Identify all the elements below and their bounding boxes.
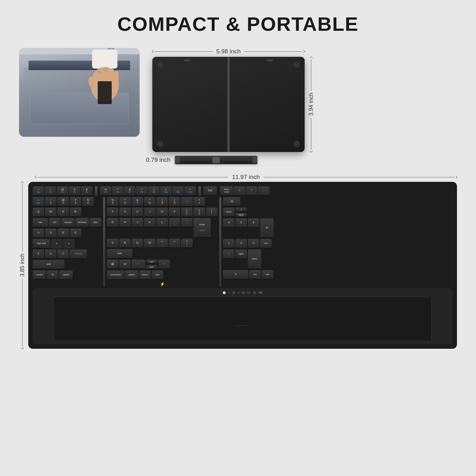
key-pgdn[interactable]: pgdn [146, 265, 157, 269]
key-bracket-r[interactable]: }] [194, 208, 205, 217]
key-num2[interactable]: 2 [235, 239, 247, 248]
key-f[interactable]: F [70, 228, 81, 238]
key-tilde[interactable]: ~Esc [33, 197, 44, 207]
key-num1[interactable]: 1 [223, 239, 235, 248]
key-o[interactable]: O [156, 208, 168, 217]
key-f8[interactable]: *F8 [136, 186, 148, 196]
key-ins[interactable]: ins [249, 270, 261, 280]
key-right-arrow[interactable]: → [158, 260, 170, 269]
key-enter[interactable]: enterreturn [194, 218, 211, 238]
key-alt[interactable]: alt [119, 260, 131, 269]
key-4[interactable]: $4 [82, 197, 94, 207]
key-v[interactable]: V [107, 239, 118, 248]
key-9[interactable]: (9 [156, 197, 168, 207]
key-g[interactable]: G [107, 218, 118, 228]
key-down[interactable]: ↓ [223, 249, 235, 259]
key-semicolon[interactable]: :; [169, 218, 180, 228]
key-6[interactable]: ^6 [119, 197, 131, 207]
key-h[interactable]: H [119, 218, 131, 228]
key-d[interactable]: D [57, 228, 69, 238]
key-z[interactable]: Z [33, 249, 44, 259]
key-fn[interactable]: fn [47, 270, 58, 280]
key-home[interactable]: home. [139, 270, 151, 280]
key-period[interactable]: >. [169, 239, 180, 248]
key-ios[interactable]: iOS [49, 218, 60, 228]
key-j[interactable]: J [132, 218, 143, 228]
key-num-slash[interactable]: / [234, 186, 245, 196]
key-f10[interactable]: )F10 [160, 186, 172, 196]
key-backslash[interactable]: |\ [206, 208, 217, 217]
key-i[interactable]: I [144, 208, 155, 217]
key-f4[interactable]: $F4 [81, 186, 92, 196]
key-esc[interactable]: ~Esc [33, 186, 44, 196]
key-command[interactable]: command [107, 270, 124, 280]
key-del[interactable]: Del [203, 186, 217, 196]
key-e[interactable]: E [57, 208, 69, 217]
key-l[interactable]: L [156, 218, 168, 228]
key-n[interactable]: N [132, 239, 143, 248]
key-tab[interactable]: tab [33, 218, 48, 228]
key-2[interactable]: @2 [57, 197, 69, 207]
key-windows[interactable]: Windows [76, 218, 89, 228]
key-slash[interactable]: ?/ [181, 239, 193, 248]
key-end-r[interactable]: end [260, 239, 272, 248]
key-s[interactable]: S [45, 228, 56, 238]
key-option[interactable]: option [59, 270, 73, 280]
key-comma[interactable]: <, [156, 239, 168, 248]
key-enter-num[interactable]: enter [248, 249, 261, 269]
key-3[interactable]: #3 [70, 197, 81, 207]
key-f3[interactable]: #F3 [69, 186, 80, 196]
key-1[interactable]: !1 [45, 197, 56, 207]
key-mac[interactable]: Mac [90, 218, 101, 228]
key-minus[interactable]: _- [181, 197, 193, 207]
key-control[interactable]: control [33, 270, 46, 280]
key-pgup[interactable]: pgup [146, 260, 157, 264]
key-android[interactable]: Android [61, 218, 75, 228]
key-up[interactable]: ↑ [235, 208, 247, 212]
key-pgdn-r[interactable]: pgdn [235, 249, 247, 259]
key-num-star[interactable]: * [246, 186, 257, 196]
key-num4[interactable]: 4 [223, 218, 235, 228]
key-pairing[interactable]: Pairing [70, 249, 87, 259]
key-x[interactable]: X [45, 249, 56, 259]
key-home-r[interactable]: home [223, 208, 235, 217]
key-c[interactable]: C [57, 249, 69, 259]
touchpad-surface[interactable] [54, 297, 432, 341]
key-u[interactable]: U [132, 208, 143, 217]
key-f9[interactable]: (F9 [148, 186, 160, 196]
key-r[interactable]: R [70, 208, 81, 217]
key-option-mid[interactable]: option [125, 270, 138, 280]
key-pgup-r[interactable]: pgup [235, 213, 247, 217]
key-equals[interactable]: += [194, 197, 205, 207]
key-f2[interactable]: @F2 [57, 186, 68, 196]
key-plus[interactable]: + [260, 218, 274, 238]
key-del-r[interactable]: del [262, 270, 273, 280]
key-quote[interactable]: "' [181, 218, 193, 228]
key-num6[interactable]: 6 [248, 218, 259, 228]
key-a[interactable]: A [33, 228, 44, 238]
key-shift-left[interactable]: shift [33, 260, 64, 269]
key-y[interactable]: Y [119, 208, 131, 217]
key-f12[interactable]: +F12 [184, 186, 196, 196]
key-num5[interactable]: 5 [235, 218, 247, 228]
key-0[interactable]: )0 [169, 197, 180, 207]
key-f7[interactable]: &F7 [124, 186, 136, 196]
key-f6[interactable]: ^F6 [112, 186, 123, 196]
key-backspace[interactable]: ⌫ [223, 197, 240, 207]
key-k[interactable]: K [144, 218, 155, 228]
key-capslock[interactable]: caps lock [33, 239, 50, 248]
key-q[interactable]: Q [33, 208, 44, 217]
key-shift-right[interactable]: shift [107, 249, 132, 259]
key-f5[interactable]: %F5 [100, 186, 111, 196]
key-b[interactable]: B [119, 239, 131, 248]
key-left-arrow[interactable]: ← [132, 260, 145, 269]
key-bracket-l[interactable]: {[ [181, 208, 193, 217]
key-numlock[interactable]: NumLock [220, 186, 233, 196]
key-5[interactable]: %5 [107, 197, 118, 207]
key-w[interactable]: W [45, 208, 56, 217]
key-num-minus[interactable]: - [258, 186, 269, 196]
key-m[interactable]: M [144, 239, 155, 248]
key-f1[interactable]: !F1 [45, 186, 56, 196]
key-8[interactable]: *8 [144, 197, 155, 207]
key-num0[interactable]: 0 [223, 270, 248, 280]
